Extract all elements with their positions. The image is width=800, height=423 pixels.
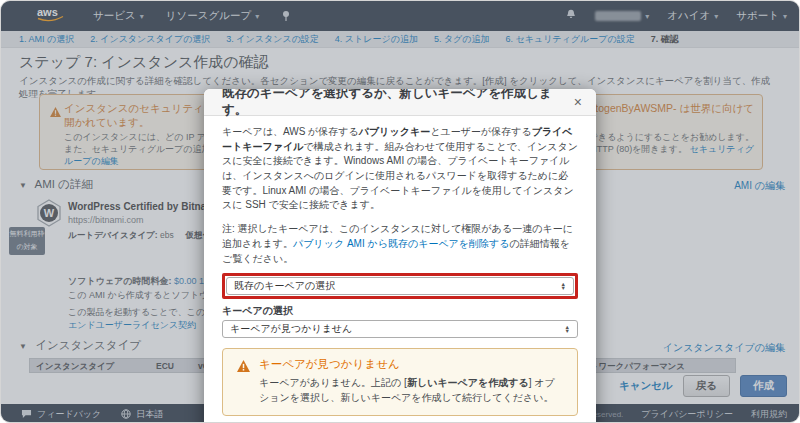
select-stepper-icon: ▲▼ bbox=[561, 282, 566, 291]
annotation-red-box: 既存のキーペアの選択 ▲▼ bbox=[222, 273, 578, 299]
keypair-note: 注: 選択したキーペアは、このインスタンスに対して権限がある一連のキーに追加され… bbox=[222, 222, 578, 266]
modal-title: 既存のキーペアを選択するか、新しいキーペアを作成します。 bbox=[222, 89, 574, 119]
aws-console-window: aws サービス ▾ リソースグループ ▾ ▾ オハイオ ▾ bbox=[0, 0, 800, 423]
keypair-select[interactable]: キーペアが見つかりません ▲▼ bbox=[222, 320, 578, 338]
description-text: キーペアは、AWS が保存する bbox=[222, 126, 359, 137]
modal-title-bar: 既存のキーペアを選択するか、新しいキーペアを作成します。 × bbox=[204, 89, 596, 116]
close-icon[interactable]: × bbox=[574, 95, 582, 109]
warning-body: キーペアがありません。上記の [新しいキーペアを作成する] オプションを選択し、… bbox=[259, 376, 565, 405]
warning-text: キーペアがありません。上記の [ bbox=[259, 377, 407, 388]
create-new-keypair-emphasis: 新しいキーペアを作成する bbox=[407, 377, 529, 388]
warning-icon bbox=[237, 357, 250, 405]
warning-title: キーペアが見つかりません bbox=[259, 357, 565, 372]
keypair-select-value: キーペアが見つかりません bbox=[230, 322, 352, 336]
modal-body: キーペアは、AWS が保存するパブリックキーとユーザーが保存するプライベートキー… bbox=[204, 116, 596, 416]
no-keypair-warning: キーペアが見つかりません キーペアがありません。上記の [新しいキーペアを作成す… bbox=[222, 348, 578, 416]
description-text: とユーザーが保存する bbox=[430, 126, 531, 137]
keypair-modal: 既存のキーペアを選択するか、新しいキーペアを作成します。 × キーペアは、AWS… bbox=[204, 89, 596, 423]
keypair-select-label: キーペアの選択 bbox=[222, 304, 578, 318]
select-stepper-icon: ▲▼ bbox=[565, 325, 570, 334]
public-key-emphasis: パブリックキー bbox=[359, 126, 430, 137]
keypair-description: キーペアは、AWS が保存するパブリックキーとユーザーが保存するプライベートキー… bbox=[222, 125, 578, 213]
remove-keypair-from-ami-link[interactable]: パブリック AMI から既存のキーペアを削除する bbox=[293, 238, 510, 249]
keypair-mode-value: 既存のキーペアの選択 bbox=[234, 279, 335, 293]
keypair-mode-select[interactable]: 既存のキーペアの選択 ▲▼ bbox=[226, 277, 574, 295]
